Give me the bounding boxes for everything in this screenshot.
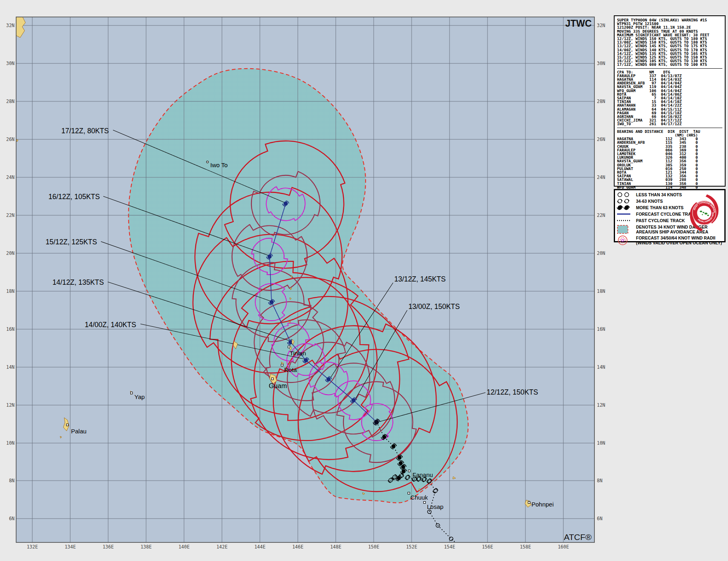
forecast-label-14/12Z: 14/12Z, 135KTS [52,278,104,286]
legend-item-wind-radii: FORECAST 34/50/64 KNOT WIND RADII(WINDS … [617,235,723,246]
lat-label-left: 16N [6,326,15,332]
lon-label: 158E [520,544,531,550]
place-marker-Chuuk [408,492,410,494]
lat-label-left: 6N [9,516,15,521]
jtwc-watermark: JTWC [565,18,592,29]
place-label-Chuuk: Chuuk [410,494,428,501]
place-label-Tinian: Tinian [290,350,306,357]
forecast-label-17/12Z: 17/12Z, 80KTS [61,127,109,135]
place-marker-Yap [131,392,133,394]
lat-label-right: 10N [597,440,605,446]
lat-label-left: 10N [6,440,15,446]
lat-label-left: 8N [9,478,15,483]
lat-label-right: 28N [597,99,605,104]
lon-label: 138E [140,544,152,550]
place-label-Palau: Palau [71,428,86,435]
forecast-label-12/12Z: 12/12Z, 150KTS [487,388,538,396]
place-marker-Iwo To [207,161,209,163]
place-marker-Pohnpei [528,502,530,504]
place-label-Losap: Losap [427,503,443,510]
place-marker-Fananu [408,470,410,472]
place-label-Iwo To: Iwo To [210,162,228,168]
track-map: Iwo ToTinianRotaGuamYapPalauFananuChuukL… [0,0,609,561]
lat-label-left: 12N [6,402,15,408]
lat-label-right: 8N [597,478,602,483]
cpa-table: CPA TO: NM DTG FARAULEP 337 04/13/07Z HA… [617,70,722,126]
warning-text-panel: SUPER TYPHOON 04W (SINLAKU) WARNING #15 … [614,15,726,187]
lat-label-left: 32N [6,23,15,28]
lat-label-left: 30N [6,61,15,66]
lat-label-left: 26N [6,137,15,142]
legend-panel: LESS THAN 34 KNOTS 34-63 KNOTS MORE THAN… [614,189,726,242]
place-marker-Tinian [288,346,290,348]
forecast-track-line-icon [617,211,636,217]
lat-label-right: 24N [597,174,605,180]
place-marker-Losap [424,502,426,504]
forecast-label-15/12Z: 15/12Z, 125KTS [46,238,97,246]
lon-label: 146E [292,544,303,550]
lon-label: 132E [27,544,38,550]
lat-label-right: 20N [597,250,605,256]
jtwc-seal-logo: JOINT TYPHOON WARNING CENTER PEARL HARBO… [686,193,722,232]
typhoon-symbol-pair-icon [617,204,636,211]
lat-label-right: 16N [597,326,605,332]
legend-label: LESS THAN 34 KNOTS [636,192,682,197]
place-label-Pohnpei: Pohnpei [531,501,554,508]
place-label-Fananu: Fananu [412,471,433,478]
forecast-label-13/00Z: 13/00Z, 150KTS [408,303,460,311]
lon-label: 140E [178,544,190,550]
place-marker-Palau [67,424,69,426]
wind-radii-rings-icon [617,235,636,246]
lon-label: 152E [406,544,417,550]
place-label-Guam: Guam [269,382,287,389]
lat-label-right: 30N [597,61,605,66]
lat-label-right: 32N [597,23,605,28]
lat-label-left: 14N [6,364,15,370]
lat-label-left: 28N [6,99,15,104]
typhoon-warning-graphic: Iwo ToTinianRotaGuamYapPalauFananuChuukL… [0,0,728,561]
lon-label: 136E [103,544,114,550]
forecast-label-14/00Z: 14/00Z, 140KTS [85,321,136,329]
lat-label-right: 22N [597,212,605,218]
legend-label: 34-63 KNOTS [636,199,663,204]
lat-label-right: 12N [597,402,605,408]
place-marker-Rota [281,364,283,366]
lat-label-right: 6N [597,516,602,521]
lon-label: 134E [65,544,76,550]
lon-label: 150E [368,544,379,550]
warning-text: SUPER TYPHOON 04W (SINLAKU) WARNING #15 … [617,18,722,67]
panel-divider [617,128,722,128]
lat-label-left: 24N [6,174,15,180]
lon-label: 154E [444,544,455,550]
atcf-watermark: ATCF® [564,532,592,542]
lon-label: 148E [330,544,341,550]
lat-label-left: 22N [6,212,15,218]
forecast-label-16/12Z: 16/12Z, 105KTS [48,193,100,201]
open-circle-pair-icon [617,191,636,198]
lon-label: 160E [558,544,569,550]
bearing-distance-table: BEARING AND DISTANCE DIR DIST TAU (NM) (… [617,130,722,189]
place-marker-Guam [272,378,274,380]
lon-label: 142E [216,544,228,550]
lat-label-left: 20N [6,250,15,256]
lon-label: 144E [254,544,266,550]
legend-label: PAST CYCLONE TRACK [636,218,685,223]
legend-label: MORE THAN 63 KNOTS [636,205,684,210]
storm-circle-pair-icon [617,198,636,204]
lat-label-right: 18N [597,288,605,294]
lon-label: 156E [482,544,493,550]
lat-label-left: 18N [6,288,15,294]
panel-divider [617,68,722,69]
place-label-Yap: Yap [134,393,145,400]
forecast-label-13/12Z: 13/12Z, 145KTS [394,275,446,283]
place-label-Rota: Rota [284,366,297,373]
lat-label-right: 26N [597,137,605,142]
legend-label: FORECAST 34/50/64 KNOT WIND RADII(WINDS … [636,235,722,245]
past-track-line-icon [617,217,636,224]
danger-area-swatch-icon [617,224,636,235]
lat-label-right: 14N [597,364,605,370]
